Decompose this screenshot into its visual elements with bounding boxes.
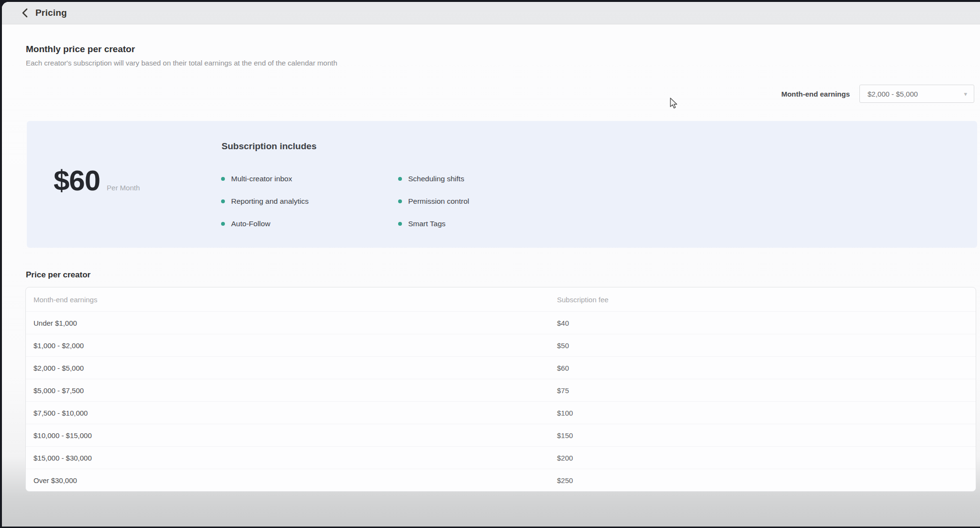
table-row[interactable]: Under $1,000 $40	[26, 311, 976, 334]
price-block: $60 Per Month	[54, 164, 140, 197]
feature-item: Permission control	[398, 190, 469, 212]
mouse-cursor-icon	[668, 97, 679, 110]
earnings-range-cell: $15,000 - $30,000	[26, 454, 557, 462]
subscription-plan-card: $60 Per Month Subscription includes Mult…	[27, 121, 977, 248]
app-window: Pricing Monthly price per creator Each c…	[2, 2, 980, 527]
price-amount: $60	[54, 164, 100, 197]
select-value: $2,000 - $5,000	[868, 90, 964, 98]
feature-label: Multi-creator inbox	[231, 175, 292, 183]
bullet-dot-icon	[221, 177, 225, 181]
table-body: Under $1,000 $40 $1,000 - $2,000 $50 $2,…	[26, 311, 976, 491]
price-per-creator-table: Month-end earnings Subscription fee Unde…	[25, 287, 976, 492]
table-row[interactable]: $1,000 - $2,000 $50	[26, 334, 976, 356]
earnings-filter-row: Month-end earnings $2,000 - $5,000 ▾	[781, 85, 974, 103]
earnings-range-cell: $2,000 - $5,000	[26, 364, 557, 372]
table-row[interactable]: Over $30,000 $250	[26, 469, 976, 491]
feature-item: Multi-creator inbox	[221, 167, 309, 190]
earnings-range-cell: $5,000 - $7,500	[26, 386, 557, 395]
feature-item: Reporting and analytics	[221, 190, 309, 212]
subscription-fee-cell: $75	[557, 386, 976, 395]
subscription-fee-cell: $40	[557, 319, 976, 327]
chevron-down-icon: ▾	[964, 91, 967, 97]
bullet-dot-icon	[221, 199, 225, 203]
subscription-fee-cell: $60	[557, 364, 976, 372]
price-table-title: Price per creator	[26, 270, 90, 280]
titlebar: Pricing	[2, 2, 980, 24]
subscription-fee-cell: $100	[557, 409, 976, 417]
page-breadcrumb-title: Pricing	[35, 8, 67, 18]
table-row[interactable]: $10,000 - $15,000 $150	[26, 424, 976, 446]
earnings-range-cell: Over $30,000	[26, 476, 557, 484]
feature-label: Scheduling shifts	[408, 175, 464, 183]
column-header-fee: Subscription fee	[557, 296, 976, 304]
table-row[interactable]: $7,500 - $10,000 $100	[26, 401, 976, 424]
bullet-dot-icon	[398, 199, 402, 203]
feature-label: Smart Tags	[408, 220, 445, 228]
earnings-range-cell: Under $1,000	[26, 319, 557, 327]
earnings-range-cell: $10,000 - $15,000	[26, 431, 557, 440]
feature-item: Smart Tags	[398, 212, 469, 235]
table-header-row: Month-end earnings Subscription fee	[26, 287, 976, 311]
subscription-fee-cell: $250	[557, 476, 976, 484]
feature-label: Auto-Follow	[231, 220, 270, 228]
bullet-dot-icon	[398, 177, 402, 181]
subscription-fee-cell: $150	[557, 431, 976, 440]
column-header-earnings: Month-end earnings	[26, 296, 557, 304]
month-end-earnings-select[interactable]: $2,000 - $5,000 ▾	[859, 85, 974, 103]
feature-item: Scheduling shifts	[398, 167, 469, 190]
earnings-range-cell: $7,500 - $10,000	[26, 409, 557, 417]
feature-item: Auto-Follow	[221, 212, 309, 235]
content-area: Monthly price per creator Each creator's…	[2, 24, 980, 527]
section-title-monthly-price: Monthly price per creator	[26, 44, 135, 55]
chevron-left-icon	[22, 8, 28, 18]
earnings-filter-label: Month-end earnings	[781, 90, 850, 98]
features-column-1: Multi-creator inbox Reporting and analyt…	[221, 167, 309, 235]
table-row[interactable]: $15,000 - $30,000 $200	[26, 446, 976, 469]
subscription-includes-title: Subscription includes	[222, 141, 316, 152]
features-column-2: Scheduling shifts Permission control Sma…	[398, 167, 469, 235]
subscription-fee-cell: $50	[557, 341, 976, 350]
table-row[interactable]: $5,000 - $7,500 $75	[26, 379, 976, 401]
price-period-label: Per Month	[107, 184, 140, 192]
bullet-dot-icon	[398, 222, 402, 226]
section-subtitle: Each creator's subscription will vary ba…	[26, 59, 337, 67]
subscription-fee-cell: $200	[557, 454, 976, 462]
bullet-dot-icon	[221, 222, 225, 226]
table-row[interactable]: $2,000 - $5,000 $60	[26, 356, 976, 379]
earnings-range-cell: $1,000 - $2,000	[26, 341, 557, 350]
feature-label: Reporting and analytics	[231, 197, 309, 206]
back-button[interactable]	[18, 7, 31, 19]
feature-label: Permission control	[408, 197, 469, 206]
